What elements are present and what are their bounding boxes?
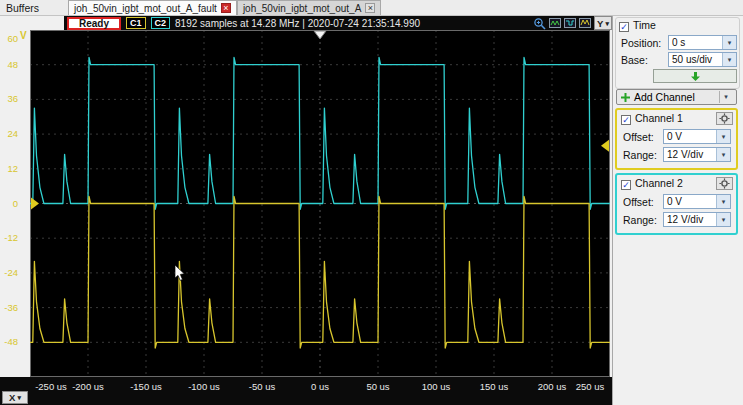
close-tab-icon[interactable]: × bbox=[221, 3, 231, 13]
tab-fault-capture[interactable]: joh_50vin_igbt_mot_out_A_fault × bbox=[68, 0, 237, 15]
trigger-level-marker[interactable] bbox=[601, 140, 609, 152]
offset-label: Offset: bbox=[623, 131, 654, 143]
x-axis-menu-button[interactable]: X ▾ bbox=[2, 391, 28, 404]
add-channel-label: Add Channel bbox=[634, 91, 695, 103]
base-select[interactable]: 50 us/div ▾ bbox=[668, 52, 737, 67]
time-label: Time bbox=[633, 19, 656, 31]
channel1-badge[interactable]: C1 bbox=[126, 17, 146, 29]
y-axis-menu-button[interactable]: Y ▾ bbox=[594, 16, 612, 30]
base-value: 50 us/div bbox=[672, 54, 712, 65]
x-tick-label: 50 us bbox=[358, 381, 398, 392]
chevron-down-icon: ▾ bbox=[722, 36, 736, 49]
x-button-label: X bbox=[9, 392, 15, 403]
waveform-plot[interactable] bbox=[30, 30, 610, 377]
channel2-settings-button[interactable] bbox=[716, 177, 733, 190]
gear-icon bbox=[719, 113, 730, 124]
channel2-checkbox[interactable]: ✓Channel 2 bbox=[621, 177, 683, 190]
channel1-settings-button[interactable] bbox=[716, 112, 733, 125]
chevron-down-icon: ▾ bbox=[716, 213, 730, 226]
channel1-label: Channel 1 bbox=[635, 112, 683, 124]
add-channel-button[interactable]: Add Channel ▾ bbox=[616, 89, 737, 105]
acquisition-info: 8192 samples at 14.28 MHz | 2020-07-24 2… bbox=[175, 18, 420, 29]
chevron-down-icon: ▾ bbox=[719, 91, 732, 103]
x-axis: -250 us-200 us-150 us-100 us-50 us0 us50… bbox=[0, 377, 612, 405]
y-tick-label: -24 bbox=[0, 267, 18, 278]
channel2-badge[interactable]: C2 bbox=[151, 17, 171, 29]
base-label: Base: bbox=[621, 54, 648, 66]
chevron-down-icon: ▾ bbox=[716, 130, 730, 143]
offset-value: 0 V bbox=[667, 131, 682, 142]
x-tick-label: 100 us bbox=[416, 381, 456, 392]
channel2-offset-select[interactable]: 0 V ▾ bbox=[663, 194, 731, 209]
y-tick-label: 24 bbox=[0, 128, 18, 139]
x-tick-label: 0 us bbox=[300, 381, 340, 392]
channel1-offset-marker[interactable] bbox=[31, 198, 39, 210]
channel1-group: ✓Channel 1 Offset: 0 V ▾ Range: 12 V/div bbox=[615, 108, 738, 170]
y-tick-label: -36 bbox=[0, 302, 18, 313]
x-tick-label: -200 us bbox=[68, 381, 108, 392]
offset-label: Offset: bbox=[623, 196, 654, 208]
range-value: 12 V/div bbox=[667, 149, 703, 160]
snapshot-icon[interactable] bbox=[579, 17, 591, 29]
tab-normal-capture[interactable]: joh_50vin_igbt_mot_out_A × bbox=[237, 0, 381, 15]
offset-value: 0 V bbox=[667, 196, 682, 207]
x-tick-label: 200 us bbox=[532, 381, 572, 392]
checkbox-checked-icon: ✓ bbox=[619, 22, 629, 32]
channel1-offset-select[interactable]: 0 V ▾ bbox=[663, 129, 731, 144]
x-tick-label: 150 us bbox=[474, 381, 514, 392]
y-tick-label: 60 bbox=[0, 33, 18, 44]
range-label: Range: bbox=[623, 149, 657, 161]
gear-icon bbox=[719, 178, 730, 189]
x-tick-label: 250 us bbox=[570, 381, 610, 392]
channel1-checkbox[interactable]: ✓Channel 1 bbox=[621, 112, 683, 125]
time-checkbox[interactable]: ✓Time bbox=[619, 19, 656, 32]
close-tab-icon[interactable]: × bbox=[365, 3, 375, 13]
y-tick-label: -12 bbox=[0, 232, 18, 243]
range-value: 12 V/div bbox=[667, 214, 703, 225]
channel2-range-select[interactable]: 12 V/div ▾ bbox=[663, 212, 731, 227]
chevron-down-icon: ▾ bbox=[722, 53, 736, 66]
checkbox-checked-icon: ✓ bbox=[621, 115, 631, 125]
status-strip: Ready C1 C2 8192 samples at 14.28 MHz | … bbox=[64, 16, 594, 30]
plot-toolbar bbox=[533, 17, 591, 30]
y-tick-label: 36 bbox=[0, 93, 18, 104]
y-tick-label: 48 bbox=[0, 59, 18, 70]
tab-label: joh_50vin_igbt_mot_out_A bbox=[243, 3, 361, 14]
x-tick-label: -150 us bbox=[126, 381, 166, 392]
y-axis: 60483624120-12-24-36-48 bbox=[0, 0, 26, 405]
y-tick-label: -48 bbox=[0, 336, 18, 347]
chevron-down-icon: ▾ bbox=[605, 20, 609, 27]
chevron-down-icon: ▾ bbox=[716, 195, 730, 208]
trigger-position-marker[interactable] bbox=[314, 31, 326, 39]
x-tick-label: -250 us bbox=[31, 381, 71, 392]
cursors-icon[interactable] bbox=[549, 17, 561, 29]
tab-label: joh_50vin_igbt_mot_out_A_fault bbox=[74, 3, 217, 14]
position-select[interactable]: 0 s ▾ bbox=[668, 35, 737, 50]
y-axis-unit: V bbox=[20, 30, 29, 41]
chevron-down-icon: ▾ bbox=[17, 394, 21, 401]
position-label: Position: bbox=[621, 37, 661, 49]
buffers-menu[interactable]: Buffers bbox=[0, 2, 68, 14]
green-down-arrow-icon bbox=[691, 72, 700, 81]
y-tick-label: 0 bbox=[0, 198, 18, 209]
x-tick-label: -50 us bbox=[242, 381, 282, 392]
green-plus-icon bbox=[621, 93, 630, 102]
control-panel: ✓Time Position: 0 s ▾ Base: 50 us/div ▾ … bbox=[612, 16, 743, 405]
position-value: 0 s bbox=[672, 37, 685, 48]
channel2-label: Channel 2 bbox=[635, 177, 683, 189]
y-tick-label: 12 bbox=[0, 163, 18, 174]
checkbox-checked-icon: ✓ bbox=[621, 180, 631, 190]
range-label: Range: bbox=[623, 214, 657, 226]
time-expand-button[interactable] bbox=[653, 69, 737, 83]
channel1-range-select[interactable]: 12 V/div ▾ bbox=[663, 147, 731, 162]
status-ready: Ready bbox=[67, 17, 121, 30]
x-tick-label: -100 us bbox=[184, 381, 224, 392]
chevron-down-icon: ▾ bbox=[716, 148, 730, 161]
y-button-label: Y bbox=[597, 18, 603, 29]
zoom-icon[interactable] bbox=[533, 17, 546, 30]
channel2-group: ✓Channel 2 Offset: 0 V ▾ Range: 12 V/div bbox=[615, 173, 738, 235]
tab-bar: Buffers joh_50vin_igbt_mot_out_A_fault ×… bbox=[0, 0, 743, 16]
plot-style-icon[interactable] bbox=[564, 17, 576, 29]
